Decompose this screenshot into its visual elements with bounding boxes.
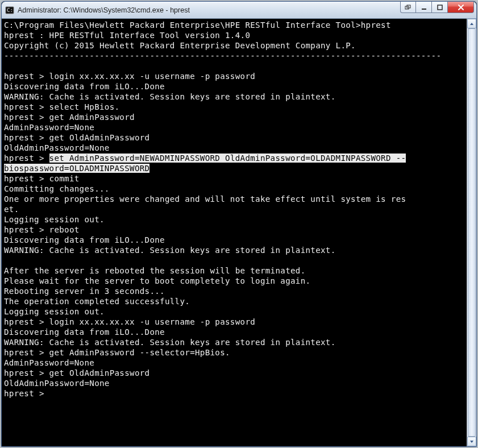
- terminal-line: biospassword=OLDADMINPASSWORD: [4, 163, 464, 173]
- terminal-line: C:\Program Files\Hewlett Packard Enterpr…: [4, 20, 464, 30]
- terminal-line: Rebooting server in 3 seconds...: [4, 286, 464, 296]
- terminal-line: [4, 61, 464, 71]
- terminal-line: Discovering data from iLO...Done: [4, 327, 464, 337]
- svg-rect-5: [438, 5, 442, 10]
- window-controls: [400, 2, 476, 18]
- terminal-line: Logging session out.: [4, 306, 464, 317]
- terminal-line: hprest > get AdminPassword --selector=Hp…: [4, 347, 464, 358]
- scroll-down-button[interactable]: [467, 437, 476, 446]
- terminal-line: hprest > get OldAdminPassword: [4, 368, 464, 378]
- close-button[interactable]: [448, 2, 474, 13]
- terminal-line: hprest >: [4, 388, 464, 399]
- terminal-line: After the server is rebooted the session…: [4, 266, 464, 276]
- terminal-line: Please wait for the server to boot compl…: [4, 276, 464, 286]
- terminal-line: hprest > login xx.xx.xx.xx -u username -…: [4, 71, 464, 81]
- terminal-line: et.: [4, 204, 464, 214]
- terminal-line: ----------------------------------------…: [4, 51, 464, 61]
- terminal-line: OldAdminPassword=None: [4, 143, 464, 153]
- scroll-track[interactable]: [467, 28, 476, 437]
- highlighted-text: set AdminPassword=NEWADMINPASSWORD OldAd…: [49, 154, 406, 163]
- terminal-line: WARNING: Cache is activated. Session key…: [4, 337, 464, 347]
- terminal-line: hprest > get OldAdminPassword: [4, 132, 464, 143]
- scroll-up-button[interactable]: [467, 19, 476, 28]
- terminal-line: WARNING: Cache is activated. Session key…: [4, 92, 464, 102]
- terminal-line: Discovering data from iLO...Done: [4, 81, 464, 92]
- highlighted-text: biospassword=OLDADMINPASSWORD: [4, 164, 149, 173]
- terminal-line: Discovering data from iLO...Done: [4, 235, 464, 245]
- cmd-icon: C:: [5, 6, 14, 15]
- maximize-button[interactable]: [432, 2, 448, 13]
- terminal-line: WARNING: Cache is activated. Session key…: [4, 245, 464, 255]
- minimize-button[interactable]: [416, 2, 432, 13]
- terminal-line: One or more properties were changed and …: [4, 194, 464, 204]
- terminal-line: hprest > commit: [4, 173, 464, 184]
- terminal-line: hprest > set AdminPassword=NEWADMINPASSW…: [4, 153, 464, 163]
- terminal-line: Copyright (c) 2015 Hewlett Packard Enter…: [4, 40, 464, 51]
- cmd-window: C: Administrator: C:\Windows\System32\cm…: [1, 1, 477, 447]
- terminal-line: OldAdminPassword=None: [4, 378, 464, 388]
- terminal-line: hprest > reboot: [4, 225, 464, 235]
- terminal-line: hprest : HPE RESTful Interface Tool vers…: [4, 30, 464, 40]
- titlebar[interactable]: C: Administrator: C:\Windows\System32\cm…: [2, 2, 476, 19]
- popout-button[interactable]: [400, 2, 416, 13]
- terminal-line: hprest > login xx.xx.xx.xx -u username -…: [4, 317, 464, 327]
- svg-rect-4: [422, 9, 426, 10]
- terminal-line: [4, 255, 464, 266]
- terminal-line: Committing changes...: [4, 184, 464, 194]
- terminal-output[interactable]: C:\Program Files\Hewlett Packard Enterpr…: [2, 19, 467, 446]
- terminal-line: The operation completed successfully.: [4, 296, 464, 306]
- svg-text:C:: C:: [7, 7, 13, 13]
- terminal-line: AdminPassword=None: [4, 358, 464, 368]
- vertical-scrollbar[interactable]: [467, 19, 476, 446]
- terminal-line: hprest > select HpBios.: [4, 102, 464, 112]
- window-title: Administrator: C:\Windows\System32\cmd.e…: [18, 6, 400, 14]
- terminal-line: Logging session out.: [4, 214, 464, 225]
- terminal-line: hprest > get AdminPassword: [4, 112, 464, 122]
- window-body: C:\Program Files\Hewlett Packard Enterpr…: [2, 19, 476, 446]
- scroll-thumb[interactable]: [468, 28, 476, 437]
- terminal-line: AdminPassword=None: [4, 122, 464, 132]
